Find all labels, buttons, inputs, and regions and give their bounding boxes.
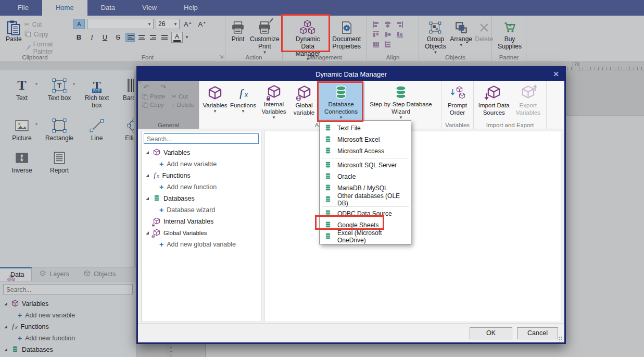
dialog-footer: OK Cancel xyxy=(138,323,564,342)
database-icon xyxy=(324,195,332,204)
prompt-order-button[interactable]: Prompt Order xyxy=(444,82,471,121)
fx-icon: ƒx xyxy=(238,83,248,102)
menu-item-oracle[interactable]: Oracle xyxy=(320,171,411,182)
redo-button[interactable]: ↷▼ xyxy=(160,83,166,91)
tree-add-new-variable[interactable]: + Add new variable xyxy=(142,158,261,170)
add-variables-button[interactable]: Variables ▼ xyxy=(201,82,229,121)
add-global-variable-button[interactable]: Global variable xyxy=(290,82,318,121)
tree-internal-variables[interactable]: Internal Variables xyxy=(142,216,261,227)
database-icon xyxy=(153,194,160,203)
plus-icon: + xyxy=(159,161,163,168)
import-export-group-label: Import and Export xyxy=(474,122,546,128)
step-by-step-database-wizard-button[interactable]: Step-by-Step Database Wizard ▼ xyxy=(364,82,438,121)
chevron-down-icon: ▼ xyxy=(241,109,245,114)
dialog-search-input[interactable] xyxy=(144,134,258,144)
plus-icon: + xyxy=(159,206,163,214)
import-data-sources-button[interactable]: Import Data Sources xyxy=(476,82,512,121)
cancel-button[interactable]: Cancel xyxy=(517,327,558,339)
menu-separator xyxy=(322,158,409,158)
add-functions-button[interactable]: ƒx Functions ▼ xyxy=(229,82,258,121)
variables-group-label: Variables xyxy=(441,122,473,128)
menu-item-microsoft-excel[interactable]: Microsoft Excel xyxy=(320,134,411,145)
database-icon xyxy=(324,124,332,133)
tree-variables[interactable]: Variables xyxy=(142,147,261,158)
tree-databases[interactable]: Databases xyxy=(142,193,261,204)
menu-item-microsoft-access[interactable]: Microsoft Access xyxy=(320,145,411,157)
menu-item-other-databases-oledb[interactable]: Other databases (OLE DB) xyxy=(320,194,411,205)
tree-add-new-function[interactable]: + Add new function xyxy=(142,181,261,193)
add-internal-variables-button[interactable]: Internal Variables ▼ xyxy=(258,82,290,121)
dialog-content-area xyxy=(264,131,561,322)
cube-icon xyxy=(208,83,222,102)
resize-grip[interactable] xyxy=(558,336,563,341)
dialog-title: Dynamic Data Manager xyxy=(315,70,387,78)
dialog-search-box xyxy=(144,133,259,144)
export-variables-button[interactable]: Export Variables xyxy=(512,82,544,121)
dialog-toolbar-spacer xyxy=(547,81,564,129)
dialog-title-bar[interactable]: Dynamic Data Manager ✕ xyxy=(138,68,564,81)
expander-icon[interactable] xyxy=(145,231,150,235)
global-variables-icon xyxy=(153,229,160,238)
expander-icon[interactable] xyxy=(145,151,150,154)
expander-icon[interactable] xyxy=(145,174,150,177)
database-icon xyxy=(324,136,332,144)
chevron-down-icon: ▼ xyxy=(138,81,199,129)
global-variable-icon xyxy=(297,83,311,102)
menu-item-excel-microsoft-onedrive[interactable]: Excel (Microsoft OneDrive) xyxy=(320,231,411,242)
application-window: File Home Data View Help Paste ✂ Cut Cop… xyxy=(0,0,644,357)
plus-icon: + xyxy=(159,241,163,248)
database-icon xyxy=(324,184,332,193)
close-icon[interactable]: ✕ xyxy=(553,68,559,81)
ok-button[interactable]: OK xyxy=(470,327,512,339)
import-data-sources-icon xyxy=(487,83,501,102)
expander-icon[interactable] xyxy=(145,197,150,200)
annotation-box-dynamic-data-manager xyxy=(281,14,330,52)
tree-database-wizard[interactable]: + Database wizard xyxy=(142,204,261,216)
dialog-group-variables: Prompt Order Variables xyxy=(441,81,474,129)
menu-item-microsoft-sql-server[interactable]: Microsoft SQL Server xyxy=(320,159,411,171)
plus-icon: + xyxy=(159,183,163,191)
database-icon xyxy=(324,232,332,241)
tree-functions[interactable]: ƒx Functions xyxy=(142,170,261,181)
internal-variables-icon xyxy=(267,83,281,101)
internal-variables-icon xyxy=(153,217,160,226)
export-variables-icon xyxy=(521,83,535,102)
dialog-tree-panel: Variables + Add new variable ƒx Function… xyxy=(141,131,261,322)
annotation-box-google-sheets xyxy=(315,215,384,230)
dialog-group-general: ↶▼ ↷▼ Paste ✂Cut Copy Delete General xyxy=(138,81,199,129)
cube-icon xyxy=(153,149,160,157)
database-icon xyxy=(324,173,332,181)
prompt-order-icon xyxy=(450,83,465,102)
chevron-down-icon: ▼ xyxy=(399,116,403,120)
chevron-down-icon: ▼ xyxy=(272,116,276,120)
menu-item-text-file[interactable]: Text File xyxy=(320,122,411,134)
tree-global-variables[interactable]: Global Variables xyxy=(142,227,261,239)
annotation-box-database-connections xyxy=(317,81,363,122)
database-icon xyxy=(324,161,332,170)
database-icon xyxy=(394,83,408,101)
database-icon xyxy=(324,147,332,156)
fx-icon: ƒx xyxy=(153,172,159,179)
chevron-down-icon: ▼ xyxy=(213,109,217,114)
dialog-group-import-export: Import Data Sources Export Variables Imp… xyxy=(474,81,547,129)
tree-add-new-global-variable[interactable]: + Add new global variable xyxy=(142,239,261,250)
